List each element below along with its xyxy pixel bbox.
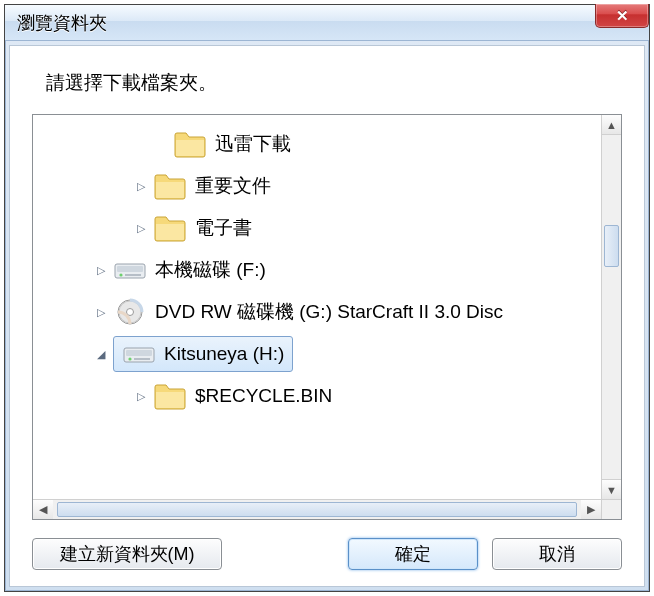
chevron-right-icon[interactable]: ▷ xyxy=(93,262,109,278)
scroll-corner xyxy=(601,499,621,519)
horizontal-scroll-track[interactable] xyxy=(53,500,581,519)
tree-item[interactable]: ▷電子書 xyxy=(33,207,601,249)
instruction-text: 請選擇下載檔案夾。 xyxy=(46,70,622,96)
folder-tree-viewport[interactable]: 迅雷下載▷重要文件▷電子書▷本機磁碟 (F:)▷DVD RW 磁碟機 (G:) … xyxy=(33,115,601,499)
tree-item-label: 本機磁碟 (F:) xyxy=(155,257,266,283)
chevron-right-icon[interactable]: ▷ xyxy=(93,304,109,320)
svg-rect-8 xyxy=(126,350,152,356)
scroll-right-arrow-icon[interactable]: ▶ xyxy=(581,500,601,519)
vertical-scroll-thumb[interactable] xyxy=(604,225,619,267)
horizontal-scroll-thumb[interactable] xyxy=(57,502,577,517)
svg-rect-3 xyxy=(125,274,141,276)
svg-point-2 xyxy=(119,273,122,276)
chevron-down-icon[interactable]: ◢ xyxy=(93,346,109,362)
svg-point-9 xyxy=(128,357,131,360)
tree-item-label: DVD RW 磁碟機 (G:) StarCraft II 3.0 Disc xyxy=(155,299,503,325)
vertical-scroll-track[interactable] xyxy=(602,135,621,479)
svg-point-6 xyxy=(127,309,134,316)
tree-item[interactable]: ▷$RECYCLE.BIN xyxy=(33,375,601,417)
hdd-icon xyxy=(113,255,147,285)
cancel-button[interactable]: 取消 xyxy=(492,538,622,570)
folder-icon xyxy=(153,213,187,243)
tree-item[interactable]: 迅雷下載 xyxy=(33,123,601,165)
tree-item-label: 電子書 xyxy=(195,215,252,241)
titlebar[interactable]: 瀏覽資料夾 ✕ xyxy=(5,5,649,41)
selection-highlight: Kitsuneya (H:) xyxy=(113,336,293,372)
tree-item-label: $RECYCLE.BIN xyxy=(195,385,332,407)
hdd-icon xyxy=(122,339,156,369)
new-folder-button[interactable]: 建立新資料夾(M) xyxy=(32,538,222,570)
folder-icon xyxy=(153,381,187,411)
scroll-left-arrow-icon[interactable]: ◀ xyxy=(33,500,53,519)
browse-folder-dialog: 瀏覽資料夾 ✕ 請選擇下載檔案夾。 迅雷下載▷重要文件▷電子書▷本機磁碟 (F:… xyxy=(4,4,650,592)
folder-tree: 迅雷下載▷重要文件▷電子書▷本機磁碟 (F:)▷DVD RW 磁碟機 (G:) … xyxy=(32,114,622,520)
tree-item-label: 迅雷下載 xyxy=(215,131,291,157)
button-row: 建立新資料夾(M) 確定 取消 xyxy=(32,538,622,570)
tree-item-label: Kitsuneya (H:) xyxy=(164,343,284,365)
tree-item[interactable]: ▷本機磁碟 (F:) xyxy=(33,249,601,291)
svg-rect-10 xyxy=(134,358,150,360)
horizontal-scrollbar[interactable]: ◀ ▶ xyxy=(33,499,601,519)
close-button[interactable]: ✕ xyxy=(595,4,649,28)
folder-icon xyxy=(153,171,187,201)
chevron-right-icon[interactable]: ▷ xyxy=(133,220,149,236)
chevron-right-icon[interactable]: ▷ xyxy=(133,178,149,194)
chevron-right-icon[interactable]: ▷ xyxy=(133,388,149,404)
window-title: 瀏覽資料夾 xyxy=(17,11,107,35)
tree-item-label: 重要文件 xyxy=(195,173,271,199)
scroll-up-arrow-icon[interactable]: ▲ xyxy=(602,115,621,135)
folder-icon xyxy=(173,129,207,159)
tree-item[interactable]: ▷DVD RW 磁碟機 (G:) StarCraft II 3.0 Disc xyxy=(33,291,601,333)
vertical-scrollbar[interactable]: ▲ ▼ xyxy=(601,115,621,499)
scroll-down-arrow-icon[interactable]: ▼ xyxy=(602,479,621,499)
client-area: 請選擇下載檔案夾。 迅雷下載▷重要文件▷電子書▷本機磁碟 (F:)▷DVD RW… xyxy=(9,45,645,587)
tree-item[interactable]: ◢Kitsuneya (H:) xyxy=(33,333,601,375)
svg-rect-1 xyxy=(117,266,143,272)
dvd-icon xyxy=(113,297,147,327)
ok-button[interactable]: 確定 xyxy=(348,538,478,570)
close-icon: ✕ xyxy=(616,7,629,25)
tree-item[interactable]: ▷重要文件 xyxy=(33,165,601,207)
